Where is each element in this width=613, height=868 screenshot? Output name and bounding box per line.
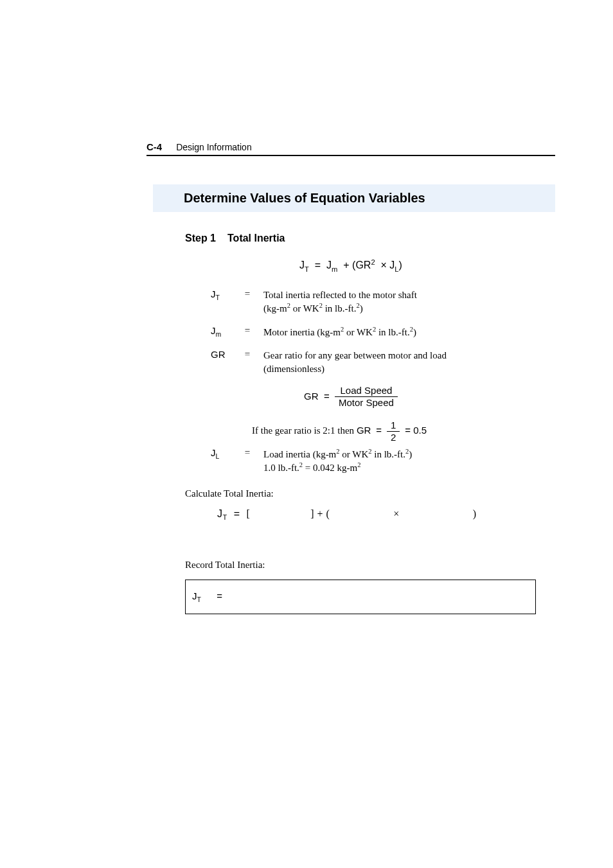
calc-lhs-sub: T [223,513,227,521]
gr-example-lhs: GR [357,425,371,436]
def-gr-text-line2: (dimensionless) [263,364,324,374]
chapter-title: Design Information [176,142,252,152]
eq-gr-exp: 2 [371,258,375,266]
section-heading: Determine Values of Equation Variables [153,184,555,212]
def-jt-symbol: JT [211,288,231,301]
gr-example-result: 0.5 [413,425,427,436]
def-jt-text-a: (kg-m [263,303,287,314]
eq-gr: GR [355,260,371,270]
def-jm-text: Motor inertia (kg-m2 or WK2 in lb.-ft.2) [263,325,555,339]
record-label: Record Total Inertia: [185,560,555,571]
def-jm-text-c: in lb.-ft. [376,327,410,337]
def-jl-block: JL = Load inertia (kg-m2 or WK2 in lb.-f… [211,447,555,475]
def-jt-text-c: in lb.-ft. [323,303,357,314]
calc-lhs-var: J [217,508,223,519]
eq-jm-var: J [326,260,332,270]
calculate-expression: JT = [ ] + ( × ) [217,508,555,521]
def-jl-conv-b: = 0.042 kg-m [303,463,357,473]
calc-times: × [393,508,400,519]
def-jl-text: Load inertia (kg-m2 or WK2 in lb.-ft.2) … [263,447,555,475]
def-gr-text-line1: Gear ratio for any gear between motor an… [263,350,447,360]
step-label: Step 1 [185,233,216,244]
running-header: C-4 Design Information [147,141,555,156]
total-inertia-equation: JT = Jm + (GR2 × JL) [147,258,555,273]
gr-example-fraction: 1 2 [387,420,400,443]
record-sym-sub: T [197,596,201,603]
gr-formula-fraction: Load Speed Motor Speed [335,385,398,409]
def-jm-sym-var: J [211,325,216,336]
gr-formula-num: Load Speed [335,385,398,398]
gr-formula-den: Motor Speed [335,397,398,409]
page-number: C-4 [147,141,162,152]
gr-example: If the gear ratio is 2:1 then GR = 1 2 =… [252,420,555,443]
record-eq: = [217,590,222,601]
def-jt-text-d: ) [360,303,363,314]
variable-definitions: JT = Total inertia reflected to the moto… [211,288,555,375]
def-gr-eq: = [243,349,252,360]
def-jl-text-d: ) [409,449,412,459]
def-jm-symbol: Jm [211,325,231,338]
def-gr-text: Gear ratio for any gear between motor an… [263,349,555,375]
record-sym-var: J [192,590,197,601]
gr-formula: GR = Load Speed Motor Speed [147,385,555,409]
def-jl-text-c: in lb.-ft. [372,449,406,459]
gr-example-den: 2 [387,432,400,443]
step-1-header: Step 1 Total Inertia [185,233,555,244]
gr-formula-lhs: GR [304,391,319,402]
calc-open-bracket: [ [246,508,250,519]
gr-example-prefix: If the gear ratio is 2:1 then [252,425,357,436]
def-jm-text-d: ) [413,327,416,337]
eq-jm-sub: m [332,265,337,273]
step-title: Total Inertia [227,233,285,244]
calc-close: ) [473,508,477,519]
def-jl-sym-var: J [211,447,216,458]
def-jm-eq: = [243,325,252,336]
def-jt-text-b: or WK [290,303,319,314]
def-jm-text-b: or WK [344,327,373,337]
record-box: JT = [185,580,536,614]
def-jm-sym-sub: m [216,330,222,338]
def-jt-text-line1: Total inertia reflected to the motor sha… [263,290,417,300]
gr-example-num: 1 [387,420,400,432]
def-jm: Jm = Motor inertia (kg-m2 or WK2 in lb.-… [211,325,555,339]
def-jl-eq: = [243,447,252,458]
eq-jl-sub: L [395,265,398,273]
record-symbol: JT [192,590,214,603]
def-jl-conv-a: 1.0 lb.-ft. [263,463,299,473]
def-gr: GR = Gear ratio for any gear between mot… [211,349,555,375]
def-jl-text-a: Load inertia (kg-m [263,449,336,459]
def-jt: JT = Total inertia reflected to the moto… [211,288,555,315]
def-jt-eq: = [243,288,252,299]
def-gr-symbol: GR [211,349,231,360]
def-jl-sym-sub: L [216,452,220,460]
def-jl-symbol: JL [211,447,231,460]
def-jt-text: Total inertia reflected to the motor sha… [263,288,555,315]
eq-jt-var: J [299,260,305,270]
calculate-label: Calculate Total Inertia: [185,488,555,499]
def-jm-text-a: Motor inertia (kg-m [263,327,341,337]
def-jt-sym-sub: T [216,294,220,301]
def-jt-sym-var: J [211,288,216,299]
calc-mid: ] + ( [310,508,330,519]
eq-jt-sub: T [305,265,309,273]
def-jl: JL = Load inertia (kg-m2 or WK2 in lb.-f… [211,447,555,475]
def-jl-text-b: or WK [340,449,369,459]
